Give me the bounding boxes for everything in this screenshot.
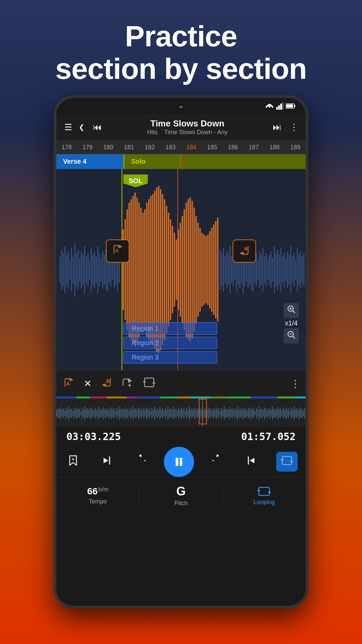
- wifi-icon: [265, 102, 274, 110]
- timeline-179: 179: [77, 141, 98, 154]
- svg-rect-257: [166, 410, 167, 417]
- svg-rect-10: [63, 253, 64, 286]
- svg-rect-95: [221, 253, 222, 286]
- svg-rect-351: [292, 410, 293, 417]
- svg-rect-11: [64, 246, 65, 293]
- back-button[interactable]: ❮: [76, 120, 87, 134]
- rewind-button[interactable]: [131, 452, 148, 472]
- rewind-icon: [133, 454, 145, 467]
- svg-rect-6: [286, 104, 293, 108]
- section-verse[interactable]: Verse 4: [56, 154, 123, 169]
- svg-rect-100: [230, 246, 231, 293]
- svg-rect-232: [133, 407, 133, 420]
- svg-rect-347: [287, 409, 288, 417]
- svg-rect-28: [93, 255, 94, 285]
- loop-start-marker[interactable]: A: [106, 239, 129, 263]
- region-1[interactable]: Region 1: [123, 322, 217, 335]
- svg-rect-32: [99, 253, 100, 286]
- svg-rect-197: [86, 409, 86, 417]
- mini-waveform[interactable]: [56, 396, 306, 427]
- timeline-188: 188: [264, 141, 285, 154]
- svg-rect-40: [112, 260, 113, 280]
- forward-icon: [213, 454, 225, 467]
- prev-track-button[interactable]: ⏮: [90, 119, 105, 135]
- next-track-button[interactable]: ⏭: [270, 119, 284, 135]
- svg-rect-26: [89, 260, 90, 280]
- nav-looping[interactable]: Looping: [223, 485, 306, 506]
- svg-rect-207: [99, 409, 100, 417]
- svg-rect-14: [69, 260, 70, 280]
- svg-rect-219: [115, 411, 116, 415]
- svg-rect-224: [122, 409, 123, 418]
- looping-label: Looping: [253, 499, 275, 506]
- svg-rect-337: [274, 409, 274, 417]
- svg-rect-129: [277, 250, 278, 290]
- cycle-region-button[interactable]: [140, 375, 158, 392]
- svg-rect-76: [184, 209, 185, 330]
- nav-tempo[interactable]: 66 b/m Tempo: [56, 486, 139, 505]
- more-options-button[interactable]: ⋮: [288, 120, 300, 135]
- svg-rect-326: [259, 407, 259, 420]
- set-loop-end-button[interactable]: B: [98, 375, 114, 392]
- svg-rect-334: [269, 408, 270, 419]
- transport-more-button[interactable]: ⋮: [290, 378, 300, 389]
- waveform-area[interactable]: SOL A B: [56, 169, 306, 370]
- svg-rect-218: [114, 409, 115, 418]
- svg-rect-215: [110, 410, 111, 417]
- zoom-out-button[interactable]: [284, 328, 299, 343]
- svg-rect-285: [204, 409, 204, 417]
- svg-rect-75: [182, 216, 183, 323]
- svg-rect-192: [79, 409, 80, 418]
- svg-rect-67: [166, 206, 167, 333]
- svg-rect-211: [105, 409, 105, 417]
- svg-rect-176: [58, 408, 58, 418]
- pause-icon: [172, 455, 186, 469]
- region-3[interactable]: Region 3: [123, 351, 217, 364]
- svg-rect-341: [279, 409, 280, 417]
- play-pause-button[interactable]: [164, 447, 194, 477]
- next-bookmark-button[interactable]: [243, 452, 260, 472]
- svg-rect-243: [147, 409, 148, 417]
- add-bookmark-button[interactable]: +: [64, 452, 82, 472]
- svg-rect-360: [304, 408, 305, 419]
- section-solo[interactable]: Solo: [123, 154, 306, 169]
- svg-rect-20: [79, 258, 80, 281]
- svg-rect-22: [82, 255, 83, 285]
- svg-rect-72: [176, 239, 177, 300]
- loop-end-marker[interactable]: B: [233, 239, 256, 263]
- svg-rect-71: [174, 233, 175, 307]
- svg-rect-261: [172, 410, 172, 417]
- zoom-in-button[interactable]: [284, 303, 299, 318]
- svg-rect-244: [149, 409, 149, 418]
- svg-rect-83: [197, 223, 199, 317]
- svg-rect-274: [189, 407, 190, 420]
- svg-rect-88: [207, 234, 208, 305]
- region-2[interactable]: Region 2: [123, 337, 217, 349]
- cancel-loop-button[interactable]: ✕: [82, 376, 94, 391]
- set-loop-start-button[interactable]: A: [62, 375, 77, 392]
- svg-rect-342: [280, 409, 281, 418]
- svg-rect-254: [162, 409, 163, 418]
- timeline-181: 181: [119, 141, 139, 154]
- svg-rect-99: [228, 255, 229, 285]
- svg-rect-82: [195, 216, 197, 323]
- forward-button[interactable]: [210, 452, 227, 472]
- svg-rect-315: [244, 409, 245, 417]
- add-region-button[interactable]: +: [118, 374, 136, 393]
- nav-pitch[interactable]: G Pitch: [139, 484, 222, 507]
- svg-rect-2: [280, 104, 282, 110]
- svg-rect-123: [267, 260, 268, 280]
- prev-bookmark-button[interactable]: [98, 452, 115, 472]
- svg-rect-178: [60, 407, 61, 419]
- svg-rect-161: [56, 396, 76, 398]
- menu-button[interactable]: ☰: [62, 119, 75, 135]
- cycle-icon: [142, 377, 156, 388]
- svg-rect-288: [208, 407, 208, 419]
- svg-rect-125: [270, 251, 272, 288]
- svg-rect-168: [177, 396, 190, 398]
- svg-rect-164: [107, 396, 127, 398]
- svg-rect-140: [295, 260, 296, 280]
- svg-rect-46: [125, 219, 126, 320]
- loop-toggle-button[interactable]: [276, 452, 298, 472]
- svg-rect-182: [66, 408, 66, 419]
